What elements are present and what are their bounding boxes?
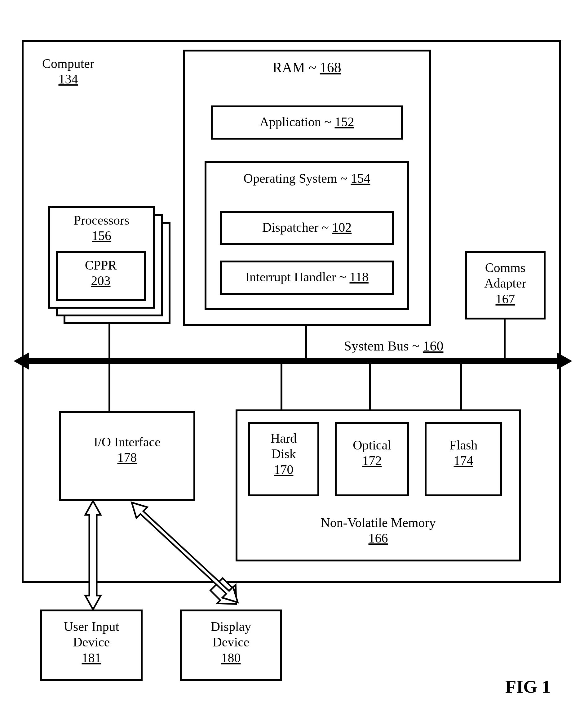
systembus-text: System Bus <box>344 338 409 354</box>
dispatcher-text: Dispatcher <box>262 220 319 234</box>
optical-label: Optical 172 <box>335 437 409 469</box>
processors-text: Processors <box>74 213 130 227</box>
comms-ref: 167 <box>496 292 515 306</box>
computer-ref: 134 <box>59 72 78 86</box>
os-ref: 154 <box>351 171 370 185</box>
application-label: Application ~ 152 <box>211 114 403 130</box>
display-label: Display Device 180 <box>180 619 282 666</box>
processors-label: Processors 156 <box>54 212 149 244</box>
svg-marker-0 <box>85 501 101 609</box>
application-text: Application <box>259 115 321 129</box>
double-arrow-userinput-icon <box>84 501 102 609</box>
ram-ref: 168 <box>320 59 341 75</box>
os-label: Operating System ~ 154 <box>204 171 409 186</box>
io-text: I/O Interface <box>93 435 161 449</box>
dispatcher-ref: 102 <box>332 220 352 234</box>
harddisk-label: Hard Disk 170 <box>248 431 319 477</box>
conn-comms <box>504 319 506 360</box>
display-text-1: Display <box>211 619 251 634</box>
flash-text: Flash <box>449 438 477 452</box>
display-ref: 180 <box>221 651 241 665</box>
application-sep: ~ <box>324 115 331 129</box>
bus-arrow-left-icon <box>13 353 29 370</box>
svg-marker-2 <box>132 502 238 602</box>
dispatcher-label: Dispatcher ~ 102 <box>220 219 394 235</box>
conn-ram <box>305 326 307 360</box>
userinput-text-1: User Input <box>64 619 119 634</box>
conn-processors <box>109 324 110 360</box>
harddisk-text-2: Disk <box>271 447 296 461</box>
ram-label: RAM ~ 168 <box>183 59 431 76</box>
userinput-text-2: Device <box>73 635 110 649</box>
display-text-2: Device <box>213 635 250 649</box>
comms-text-1: Comms <box>485 261 526 275</box>
conn-io <box>109 363 110 411</box>
nvm-text: Non-Volatile Memory <box>321 516 436 530</box>
cppr-label: CPPR 203 <box>59 257 143 289</box>
interrupt-text: Interrupt Handler <box>245 270 336 284</box>
computer-label: Computer 134 <box>34 56 102 87</box>
figure-text: FIG 1 <box>505 677 551 697</box>
flash-label: Flash 174 <box>425 437 502 469</box>
bus-arrow-right-icon <box>557 353 572 370</box>
systembus-label: System Bus ~ 160 <box>316 338 471 355</box>
nvm-ref: 166 <box>368 531 388 545</box>
os-sep: ~ <box>340 171 347 185</box>
optical-text: Optical <box>353 438 391 452</box>
userinput-ref: 181 <box>82 651 101 665</box>
ram-text: RAM <box>273 59 305 75</box>
conn-flash <box>460 363 462 411</box>
conn-optical <box>369 363 371 411</box>
io-label: I/O Interface 178 <box>59 434 195 466</box>
application-ref: 152 <box>335 115 354 129</box>
flash-ref: 174 <box>454 453 473 468</box>
comms-label: Comms Adapter 167 <box>465 260 546 307</box>
harddisk-ref: 170 <box>274 463 294 477</box>
systembus-sep: ~ <box>412 338 420 354</box>
ram-sep: ~ <box>308 59 316 75</box>
optical-ref: 172 <box>362 453 382 468</box>
interrupt-sep: ~ <box>339 270 346 284</box>
interrupt-label: Interrupt Handler ~ 118 <box>220 269 394 285</box>
harddisk-text-1: Hard <box>271 431 297 445</box>
comms-text-2: Adapter <box>484 276 526 290</box>
cppr-ref: 203 <box>91 274 111 288</box>
io-ref: 178 <box>117 450 137 465</box>
cppr-text: CPPR <box>85 258 117 272</box>
userinput-label: User Input Device 181 <box>40 619 143 666</box>
nvm-label: Non-Volatile Memory 166 <box>235 515 521 546</box>
systembus-ref: 160 <box>423 338 443 354</box>
processors-ref: 156 <box>92 229 111 243</box>
system-bus-line <box>28 358 558 364</box>
computer-text: Computer <box>42 56 94 71</box>
conn-hd <box>281 363 282 411</box>
figure-label: FIG 1 <box>505 676 551 697</box>
dispatcher-sep: ~ <box>322 220 329 234</box>
os-text: Operating System <box>244 171 337 185</box>
double-arrow-display-icon2 <box>122 496 246 614</box>
interrupt-ref: 118 <box>350 270 368 284</box>
